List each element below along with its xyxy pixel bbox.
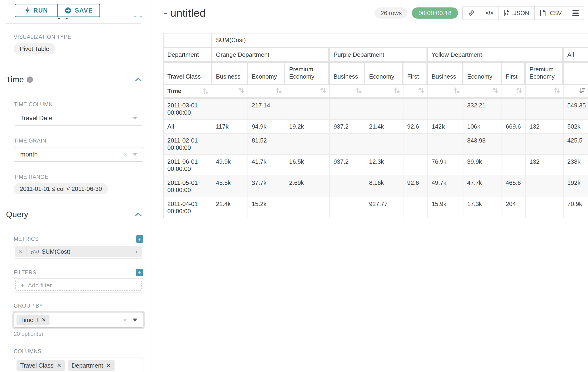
- value-cell: 15.2k: [248, 197, 285, 218]
- value-cell: 94.9k: [248, 120, 285, 134]
- value-cell: 92.6: [403, 176, 428, 197]
- sort-icon[interactable]: [454, 87, 460, 94]
- value-cell: 49.9k: [212, 155, 248, 176]
- sortable-column-header[interactable]: [330, 85, 365, 99]
- clear-icon[interactable]: ×: [123, 151, 127, 158]
- columns-label: COLUMNS: [14, 348, 143, 355]
- viz-type-pill[interactable]: Pivot Table: [14, 43, 55, 54]
- selected-option-tag[interactable]: Timei✕: [17, 315, 50, 325]
- sortable-column-header[interactable]: [463, 85, 502, 99]
- sortable-column-header[interactable]: [428, 85, 463, 99]
- sort-icon[interactable]: [516, 87, 522, 94]
- row-label: All: [164, 120, 212, 134]
- page-title: - untitled: [164, 7, 206, 19]
- tag-label: Time: [20, 317, 33, 324]
- value-cell: 76.9k: [428, 155, 463, 176]
- travel-class-header: Economy: [248, 63, 285, 85]
- sort-icon[interactable]: [394, 87, 400, 94]
- remove-tag-icon[interactable]: ✕: [41, 317, 46, 323]
- value-cell: [365, 134, 403, 155]
- value-cell: 142k: [428, 120, 463, 134]
- chevron-up-icon[interactable]: [135, 77, 142, 82]
- value-cell: [428, 99, 463, 120]
- selected-option-tag[interactable]: Travel Class✕: [17, 360, 65, 371]
- sortable-column-header[interactable]: [248, 85, 285, 99]
- time-range-pill[interactable]: 2011-01-01 ≤ col < 2011-06-30: [14, 183, 108, 194]
- metric-name: SUM(Cost): [42, 248, 70, 255]
- export-csv-button[interactable]: .CSV: [534, 7, 567, 20]
- value-cell: [526, 134, 564, 155]
- sortable-column-header[interactable]: [365, 85, 403, 99]
- panel-body: VISUALIZATION TYPE Pivot Table Time i TI…: [0, 0, 151, 372]
- sort-desc-icon[interactable]: [579, 87, 585, 94]
- add-filter-dropzone[interactable]: + Add filter: [15, 280, 142, 291]
- save-button[interactable]: SAVE: [57, 4, 99, 17]
- sortable-column-header[interactable]: [403, 85, 428, 99]
- value-cell: 937.2: [330, 155, 365, 176]
- add-metric-button[interactable]: +: [136, 235, 143, 243]
- value-cell: [212, 134, 248, 155]
- travel-class-header: First: [403, 63, 428, 85]
- time-column-select[interactable]: Travel Date: [14, 111, 143, 126]
- value-cell: [526, 176, 564, 197]
- sortable-column-header[interactable]: [212, 85, 248, 99]
- sort-icon[interactable]: [239, 87, 244, 94]
- time-grain-select[interactable]: month ×: [14, 147, 143, 162]
- sort-icon[interactable]: [493, 87, 498, 94]
- department-group-header: Purple Department: [330, 48, 428, 63]
- metric-pill[interactable]: × ƒ(x) SUM(Cost) ›: [15, 246, 142, 257]
- sort-icon[interactable]: [356, 87, 362, 94]
- lightning-icon: [25, 7, 30, 14]
- columns-select[interactable]: Travel Class✕Department✕ ×: [14, 358, 143, 372]
- sort-icon[interactable]: [418, 87, 424, 94]
- clear-icon[interactable]: ×: [123, 317, 127, 323]
- value-cell: 927.77: [365, 197, 403, 218]
- value-cell: 49.7k: [428, 176, 463, 197]
- info-icon: i: [37, 317, 38, 323]
- sort-icon[interactable]: [554, 87, 560, 94]
- chevron-down-icon[interactable]: [133, 153, 137, 156]
- table-row: 2011-05-01 00:00:0045.5k37.7k2.69k8.16k9…: [164, 176, 588, 197]
- department-group-header: Orange Department: [212, 48, 330, 63]
- chevron-up-icon[interactable]: [135, 212, 142, 216]
- col-dimension-label: Department: [164, 48, 212, 63]
- sortable-column-header[interactable]: [285, 85, 330, 99]
- query-timer-badge: 00:00:00.18: [412, 7, 458, 19]
- export-json-button[interactable]: .JSON: [498, 7, 534, 20]
- run-button[interactable]: RUN: [15, 4, 57, 17]
- chevron-down-icon[interactable]: [133, 319, 137, 321]
- col-subdimension-label: Travel Class: [164, 63, 212, 85]
- group-by-options-hint: 20 option(s): [14, 331, 143, 337]
- sortable-column-header[interactable]: [526, 85, 564, 99]
- add-filter-button[interactable]: +: [136, 269, 143, 276]
- value-cell: 332.21: [463, 99, 502, 120]
- sort-icon[interactable]: [276, 87, 282, 94]
- embed-code-button[interactable]: </>: [480, 7, 498, 20]
- sort-icon[interactable]: [203, 88, 209, 94]
- value-cell: [526, 99, 564, 120]
- expand-metric-icon[interactable]: ›: [131, 246, 142, 257]
- department-header-row: DepartmentOrange DepartmentPurple Depart…: [164, 48, 588, 63]
- copy-link-button[interactable]: [463, 7, 480, 20]
- sort-icon[interactable]: [320, 87, 326, 94]
- sortable-column-header[interactable]: [564, 85, 588, 99]
- group-by-select[interactable]: Timei✕ ×: [14, 312, 143, 328]
- remove-tag-icon[interactable]: ✕: [106, 362, 111, 369]
- time-range-label: TIME RANGE: [14, 174, 143, 180]
- value-cell: 937.2: [330, 120, 365, 134]
- value-cell: [403, 155, 428, 176]
- chevron-down-icon[interactable]: [133, 117, 137, 120]
- value-cell: 16.5k: [285, 155, 330, 176]
- menu-button[interactable]: [567, 7, 584, 20]
- row-label: 2011-04-01 00:00:00: [164, 197, 212, 218]
- time-section-header[interactable]: Time i: [6, 75, 143, 84]
- selected-option-tag[interactable]: Department✕: [68, 360, 115, 371]
- sortable-column-header[interactable]: [502, 85, 526, 99]
- row-label: 2011-06-01 00:00:00: [164, 155, 212, 176]
- remove-tag-icon[interactable]: ✕: [57, 362, 61, 369]
- remove-metric-icon[interactable]: ×: [15, 246, 27, 257]
- travel-class-header: Premium Economy: [285, 63, 330, 85]
- value-cell: 15.9k: [428, 197, 463, 218]
- query-section-header[interactable]: Query: [6, 210, 143, 219]
- run-save-button-group: RUN SAVE: [15, 4, 100, 17]
